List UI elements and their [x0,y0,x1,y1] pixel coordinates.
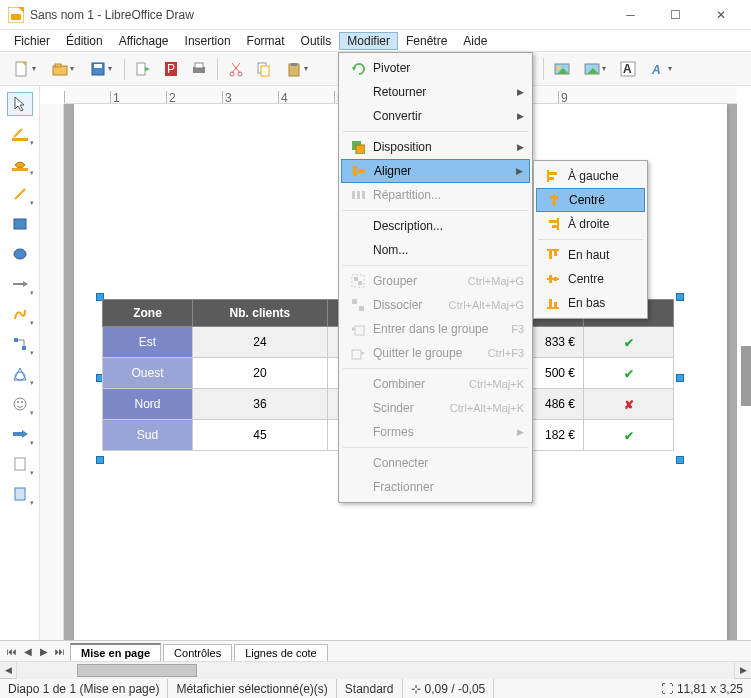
objects-tool[interactable]: ▾ [7,482,33,506]
layer-tabs: ⏮ ◀ ▶ ⏭ Mise en page Contrôles Lignes de… [0,640,751,661]
svg-rect-20 [261,66,269,76]
svg-marker-40 [23,281,28,287]
selection-tool[interactable] [7,92,33,116]
arrow-shapes-tool[interactable]: ▾ [7,422,33,446]
align-top[interactable]: En haut [536,243,645,267]
menu-aligner[interactable]: Aligner▶ [341,159,530,183]
menu-description[interactable]: Description... [341,214,530,238]
aligner-submenu: À gauche Centré À droite En haut Centre … [533,160,648,319]
menu-scinder[interactable]: ScinderCtrl+Alt+Maj+K [341,396,530,420]
menu-edition[interactable]: Édition [58,32,111,50]
menu-aide[interactable]: Aide [455,32,495,50]
align-center-v[interactable]: Centre [536,267,645,291]
rect-tool[interactable] [7,212,33,236]
tab-nav-prev[interactable]: ◀ [20,646,36,657]
modifier-menu: Pivoter Retourner▶ Convertir▶ Dispositio… [338,52,533,503]
status-slide: Diapo 1 de 1 (Mise en page) [0,679,168,698]
tab-nav-last[interactable]: ⏭ [52,646,68,657]
horizontal-scrollbar[interactable]: ◀ ▶ [0,661,751,678]
connector-tool[interactable]: ▾ [7,332,33,356]
menu-affichage[interactable]: Affichage [111,32,177,50]
svg-rect-79 [549,251,552,259]
line-color-tool[interactable]: ▾ [7,122,33,146]
arrow-tool[interactable]: ▾ [7,272,33,296]
menu-fractionner[interactable]: Fractionner [341,475,530,499]
tab-lignes-de-cote[interactable]: Lignes de cote [234,644,328,661]
menu-retourner[interactable]: Retourner▶ [341,80,530,104]
tab-mise-en-page[interactable]: Mise en page [70,643,161,661]
copy-button[interactable] [252,57,276,81]
align-right[interactable]: À droite [536,212,645,236]
svg-rect-71 [549,177,554,180]
menu-convertir[interactable]: Convertir▶ [341,104,530,128]
open-button[interactable] [46,57,80,81]
scroll-thumb[interactable] [77,664,197,677]
emoji-tool[interactable]: ▾ [7,392,33,416]
svg-rect-54 [356,145,365,154]
svg-point-45 [14,398,26,410]
align-left[interactable]: À gauche [536,164,645,188]
menu-pivoter[interactable]: Pivoter [341,56,530,80]
svg-rect-61 [354,277,358,281]
line-tool[interactable]: ▾ [7,182,33,206]
save-button[interactable] [84,57,118,81]
tab-nav-next[interactable]: ▶ [36,646,52,657]
align-center-h[interactable]: Centré [536,188,645,212]
cut-button[interactable] [224,57,248,81]
export-button[interactable] [131,57,155,81]
svg-rect-14 [195,63,203,68]
new-doc-button[interactable] [8,57,42,81]
svg-rect-48 [13,432,22,436]
menu-fichier[interactable]: Fichier [6,32,58,50]
menu-entrer-groupe[interactable]: Entrer dans le groupeF3 [341,317,530,341]
menu-combiner[interactable]: CombinerCtrl+Maj+K [341,372,530,396]
fill-color-tool[interactable]: ▾ [7,152,33,176]
image-button[interactable] [550,57,574,81]
scroll-track[interactable] [17,662,734,679]
menu-quitter-groupe[interactable]: Quitter le groupeCtrl+F3 [341,341,530,365]
paste-button[interactable] [280,57,314,81]
page-zoom-tool[interactable]: ▾ [7,452,33,476]
text-box-button[interactable]: A [616,57,640,81]
menu-formes[interactable]: Formes▶ [341,420,530,444]
selection-handle[interactable] [676,456,684,464]
svg-rect-82 [549,275,552,283]
menu-repartition[interactable]: Répartition... [341,183,530,207]
menu-disposition[interactable]: Disposition▶ [341,135,530,159]
menu-format[interactable]: Format [239,32,293,50]
align-bottom[interactable]: En bas [536,291,645,315]
shapes-tool[interactable]: ▾ [7,362,33,386]
minimize-button[interactable]: ─ [608,0,653,30]
selection-handle[interactable] [96,456,104,464]
close-button[interactable]: ✕ [698,0,743,30]
menu-connecter[interactable]: Connecter [341,451,530,475]
menu-nom[interactable]: Nom... [341,238,530,262]
left-toolbox: ▾ ▾ ▾ ▾ ▾ ▾ ▾ ▾ ▾ ▾ ▾ [0,86,40,640]
scroll-left-button[interactable]: ◀ [0,662,17,679]
window-title: Sans nom 1 - LibreOffice Draw [30,8,608,22]
title-bar: Sans nom 1 - LibreOffice Draw ─ ☐ ✕ [0,0,751,30]
svg-marker-52 [352,67,356,71]
tab-nav-first[interactable]: ⏮ [4,646,20,657]
maximize-button[interactable]: ☐ [653,0,698,30]
menu-fenetre[interactable]: Fenêtre [398,32,455,50]
tab-controles[interactable]: Contrôles [163,644,232,661]
selection-handle[interactable] [676,293,684,301]
col-zone: Zone [103,300,193,327]
pdf-button[interactable]: P [159,57,183,81]
menu-outils[interactable]: Outils [293,32,340,50]
print-button[interactable] [187,57,211,81]
ellipse-tool[interactable] [7,242,33,266]
fontwork-button[interactable]: A [644,57,678,81]
menu-modifier[interactable]: Modifier [339,32,398,50]
scroll-right-button[interactable]: ▶ [734,662,751,679]
menu-dissocier[interactable]: DissocierCtrl+Alt+Maj+G [341,293,530,317]
side-panel-expander[interactable] [741,346,751,406]
status-mode: Standard [337,679,403,698]
curve-tool[interactable]: ▾ [7,302,33,326]
selection-handle[interactable] [676,374,684,382]
svg-rect-6 [55,64,61,67]
menu-insertion[interactable]: Insertion [177,32,239,50]
menu-grouper[interactable]: GrouperCtrl+Maj+G [341,269,530,293]
image2-button[interactable] [578,57,612,81]
